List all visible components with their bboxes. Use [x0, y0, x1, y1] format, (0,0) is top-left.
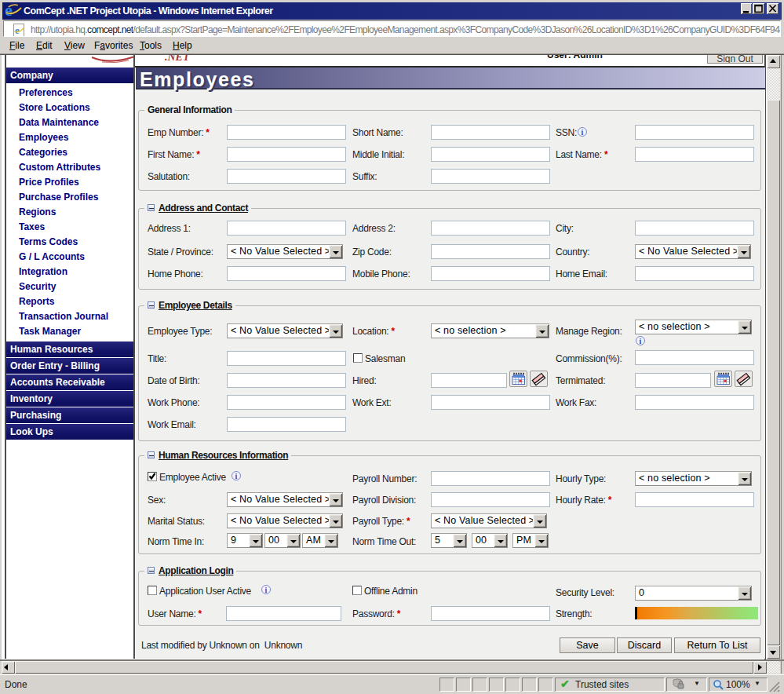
svg-text:.NET: .NET	[165, 55, 191, 63]
svg-text:e: e	[5, 2, 13, 19]
svg-text:e: e	[15, 24, 20, 36]
